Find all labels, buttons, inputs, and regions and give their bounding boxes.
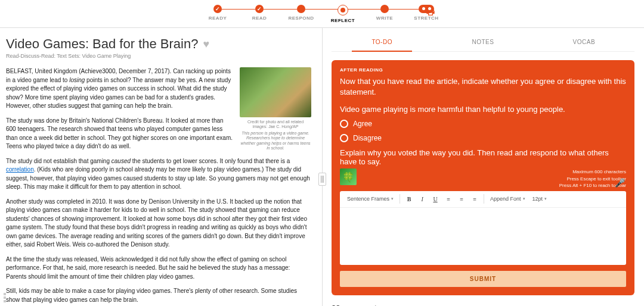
stepper-bar: READY READ RESPOND REFLECT WRITE STRETCH bbox=[0, 0, 644, 28]
editor-textarea[interactable] bbox=[340, 208, 626, 265]
step-label: READY bbox=[209, 15, 227, 21]
task-explain: Explain why you voted the way you did. T… bbox=[340, 148, 626, 166]
tab-vocab[interactable]: VOCAB bbox=[534, 34, 634, 51]
comments-heading: 22 comments bbox=[332, 304, 634, 306]
step-label: REFLECT bbox=[331, 18, 355, 23]
underline-button[interactable]: U bbox=[429, 192, 442, 205]
editor-toolbar: Sentence Frames B I U ≡ ≡ ≡ Append Font … bbox=[340, 191, 626, 208]
step-read[interactable]: READ bbox=[239, 5, 280, 21]
step-stretch[interactable]: STRETCH bbox=[405, 5, 447, 21]
check-icon bbox=[213, 5, 222, 13]
pane-divider bbox=[322, 28, 323, 306]
paragraph: The study did not establish that gaming … bbox=[6, 157, 311, 192]
article-pane: Video Games: Bad for the Brain?♥ Read-Di… bbox=[0, 28, 322, 306]
step-reflect[interactable]: REFLECT bbox=[322, 5, 364, 23]
article-title: Video Games: Bad for the Brain?♥ bbox=[6, 36, 311, 52]
radio-label: Agree bbox=[353, 120, 372, 128]
dot-icon bbox=[297, 5, 305, 13]
hint-max: Maximum 600 characters bbox=[559, 168, 626, 175]
tab-notes[interactable]: NOTES bbox=[432, 34, 533, 51]
paragraph: Still, kids may be able to make a case f… bbox=[6, 287, 311, 304]
radio-label: Disagree bbox=[353, 134, 382, 142]
step-respond[interactable]: RESPOND bbox=[280, 5, 322, 21]
align-right-button[interactable]: ≡ bbox=[468, 192, 481, 205]
breadcrumb: Read-Discuss-Read: Text Sets: Video Game… bbox=[6, 53, 311, 59]
task-card: AFTER READING Now that you have read the… bbox=[332, 60, 634, 295]
submit-button[interactable]: SUBMIT bbox=[340, 271, 626, 287]
figure-credit: Credit for photo and all related images:… bbox=[240, 120, 311, 130]
check-icon bbox=[255, 5, 264, 13]
current-dot-icon bbox=[338, 5, 348, 15]
task-prompt: Now that you have read the article, indi… bbox=[340, 76, 626, 98]
align-center-button[interactable]: ≡ bbox=[455, 192, 468, 205]
heart-icon[interactable]: ♥ bbox=[203, 38, 209, 51]
radio-disagree[interactable]: Disagree bbox=[340, 134, 626, 142]
bold-button[interactable]: B bbox=[402, 192, 416, 205]
radio-agree[interactable]: Agree bbox=[340, 120, 626, 128]
radio-icon bbox=[340, 120, 348, 128]
sentence-frames-select[interactable]: Sentence Frames bbox=[343, 196, 397, 202]
step-ready[interactable]: READY bbox=[197, 5, 239, 21]
progress-stepper: READY READ RESPOND REFLECT WRITE STRETCH bbox=[197, 5, 447, 23]
align-left-button[interactable]: ≡ bbox=[442, 192, 455, 205]
step-write[interactable]: WRITE bbox=[364, 5, 405, 21]
text-editor: Sentence Frames B I U ≡ ≡ ≡ Append Font … bbox=[340, 191, 626, 265]
tab-todo[interactable]: TO-DO bbox=[332, 34, 432, 51]
pane-divider-handle[interactable] bbox=[318, 173, 326, 186]
figure-caption: This person is playing a video game. Res… bbox=[240, 131, 311, 151]
size-select[interactable]: 12pt bbox=[529, 196, 551, 202]
user-avatar: 🍀 bbox=[340, 168, 357, 185]
step-label: WRITE bbox=[376, 15, 393, 21]
link-correlation[interactable]: correlation bbox=[6, 166, 34, 173]
title-text: Video Games: Bad for the Brain? bbox=[6, 36, 198, 52]
task-statement: Video game playing is more harmful than … bbox=[340, 105, 626, 114]
mic-muted-icon[interactable]: 🎤 bbox=[615, 178, 625, 188]
font-select[interactable]: Append Font bbox=[487, 196, 529, 202]
activity-pane: TO-DO NOTES VOCAB AFTER READING Now that… bbox=[322, 28, 644, 306]
article-figure: Credit for photo and all related images:… bbox=[240, 67, 311, 151]
step-label: READ bbox=[252, 15, 267, 21]
step-label: RESPOND bbox=[288, 15, 314, 21]
figure-image bbox=[240, 67, 311, 117]
paragraph: Another study was completed in 2010. It … bbox=[6, 198, 311, 249]
scroll-handle-icon[interactable] bbox=[4, 293, 6, 302]
italic-button[interactable]: I bbox=[416, 192, 429, 205]
activity-tabs: TO-DO NOTES VOCAB bbox=[332, 34, 634, 52]
pill-icon bbox=[419, 5, 434, 13]
article-body: Credit for photo and all related images:… bbox=[6, 67, 311, 306]
radio-icon bbox=[340, 134, 348, 142]
task-section-label: AFTER READING bbox=[340, 67, 626, 73]
paragraph: At the time the study was released, Weis… bbox=[6, 255, 311, 282]
dot-icon bbox=[380, 5, 389, 13]
